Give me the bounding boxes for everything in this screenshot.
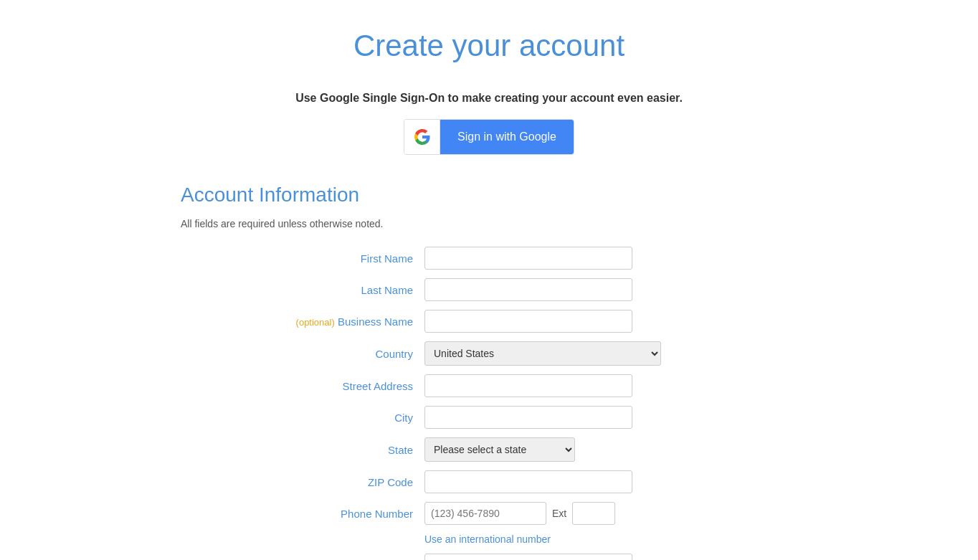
zip-code-input[interactable] bbox=[424, 470, 632, 493]
first-name-row: First Name bbox=[181, 247, 797, 270]
intl-link-row: Use an international number bbox=[424, 533, 797, 545]
phone-number-label: Phone Number bbox=[181, 508, 424, 520]
street-address-row: Street Address bbox=[181, 374, 797, 397]
last-name-label: Last Name bbox=[181, 284, 424, 296]
phone-input[interactable] bbox=[424, 502, 546, 525]
business-name-input[interactable] bbox=[424, 310, 632, 333]
sso-description: Use Google Single Sign-On to make creati… bbox=[181, 92, 797, 105]
city-label: City bbox=[181, 412, 424, 424]
google-icon bbox=[414, 128, 431, 146]
phone-ext-input[interactable] bbox=[572, 502, 615, 525]
required-note: All fields are required unless otherwise… bbox=[181, 218, 797, 229]
country-label: Country bbox=[181, 348, 424, 360]
account-info-section: Account Information All fields are requi… bbox=[181, 184, 797, 560]
first-name-label: First Name bbox=[181, 252, 424, 265]
city-row: City bbox=[181, 406, 797, 429]
state-select[interactable]: Please select a state Alabama Alaska Ari… bbox=[424, 437, 575, 462]
business-name-row: (optional) Business Name bbox=[181, 310, 797, 333]
state-label: State bbox=[181, 444, 424, 456]
email-input[interactable] bbox=[424, 554, 632, 560]
state-row: State Please select a state Alabama Alas… bbox=[181, 437, 797, 462]
page-container: Create your account Use Google Single Si… bbox=[166, 0, 812, 560]
country-select[interactable]: United States Canada United Kingdom bbox=[424, 341, 661, 366]
sso-section: Use Google Single Sign-On to make creati… bbox=[181, 92, 797, 155]
business-name-label: (optional) Business Name bbox=[181, 315, 424, 328]
google-signin-label: Sign in with Google bbox=[440, 119, 574, 155]
phone-fields-group: Ext bbox=[424, 502, 615, 525]
page-title: Create your account bbox=[181, 29, 797, 63]
last-name-input[interactable] bbox=[424, 278, 632, 301]
last-name-row: Last Name bbox=[181, 278, 797, 301]
street-address-input[interactable] bbox=[424, 374, 632, 397]
city-input[interactable] bbox=[424, 406, 632, 429]
google-icon-wrapper bbox=[404, 119, 440, 155]
country-row: Country United States Canada United King… bbox=[181, 341, 797, 366]
account-info-title: Account Information bbox=[181, 184, 797, 207]
first-name-input[interactable] bbox=[424, 247, 632, 270]
zip-code-label: ZIP Code bbox=[181, 476, 424, 488]
optional-tag: (optional) bbox=[296, 317, 335, 328]
phone-number-row: Phone Number Ext bbox=[181, 502, 797, 525]
street-address-label: Street Address bbox=[181, 380, 424, 392]
intl-number-link[interactable]: Use an international number bbox=[424, 533, 551, 545]
zip-code-row: ZIP Code bbox=[181, 470, 797, 493]
email-row: *Email Address bbox=[181, 554, 797, 560]
ext-label: Ext bbox=[552, 508, 566, 519]
business-name-text: Business Name bbox=[338, 315, 413, 328]
google-signin-button[interactable]: Sign in with Google bbox=[404, 119, 574, 155]
